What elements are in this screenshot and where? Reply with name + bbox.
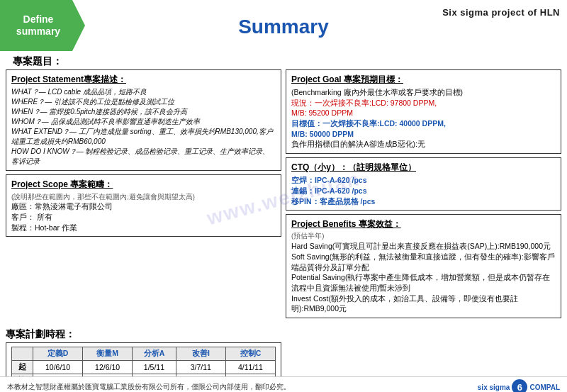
goal-line-3: 目標值：一次焊接不良率:LCD: 40000 DPPM, xyxy=(291,118,556,129)
project-goal-box: Project Goal 專案預期目標： (Benchmarking 廠內外最佳… xyxy=(286,69,561,154)
bottom-bar: 本教材之智慧財產權屬於匯寶電腦工業股份有限公司所有，僅限公司內部使用，翻印必究。… xyxy=(0,376,567,392)
top-two-col: Project Statement專案描述： WHAT？— LCD cable … xyxy=(6,69,561,322)
page-title: Summary xyxy=(238,16,329,38)
row-start-c: 4/11/11 xyxy=(225,361,275,374)
ps-line-2: WHERE？— 引述該不良的工位是點檢修及測試工位 xyxy=(11,97,276,107)
scope-line-1: 客戶： 所有 xyxy=(11,212,276,223)
project-benefits-content: Hard Saving(可實現且可計显出来直接反應在損益表(SAP)上):RMB… xyxy=(291,241,556,314)
scope-line-2: 製程：Hot-bar 作業 xyxy=(11,223,276,233)
ctq-line-0: 空焊：IPC-A-620 /pcs xyxy=(291,175,556,186)
goal-line-5: 負作用指標(目的解決A卻造成B惡化):无 xyxy=(291,139,556,150)
goal-line-4: M/B: 50000 DPPM xyxy=(291,129,556,140)
table-header-row: 定義D 衡量M 分析A 改善I 控制C xyxy=(12,347,276,361)
scope-subtitle: (說明那些在範圍內，那些不在範圍內;避免讓會與期望太高) xyxy=(11,192,276,201)
benefits-line-0: Hard Saving(可實現且可計显出来直接反應在損益表(SAP)上):RMB… xyxy=(291,241,556,252)
project-scope-box: Project Scope 專案範疇： (說明那些在範圍內，那些不在範圍內;避免… xyxy=(6,174,281,237)
benefits-line-3: Invest Cost(額外投入的成本，如治工具、設備等，即使沒有也要註明):R… xyxy=(291,293,556,314)
define-summary-label: Define summary xyxy=(16,13,60,38)
goal-line-2: M/B: 95200 DPPM xyxy=(291,108,556,118)
left-column: Project Statement專案描述： WHAT？— LCD cable … xyxy=(6,69,281,322)
section-topic: 專案題目： xyxy=(6,52,561,69)
ctq-title: CTQ（小y）：（註明規格單位） xyxy=(291,162,556,174)
th-control: 控制C xyxy=(225,347,275,361)
six-sigma-project-title: Six sigma project of HLN xyxy=(442,7,560,18)
header: Define summary Summary Six sigma project… xyxy=(0,0,567,51)
ctq-box: CTQ（小y）：（註明規格單位） 空焊：IPC-A-620 /pcs 連錫：IP… xyxy=(286,157,561,211)
project-scope-title: Project Scope 專案範疇： xyxy=(11,179,276,191)
compal-label: COMPAL xyxy=(529,383,560,391)
row-start-i: 3/7/11 xyxy=(176,361,225,374)
project-goal-title: Project Goal 專案預期目標： xyxy=(291,74,556,86)
project-scope-content: (說明那些在範圍內，那些不在範圍內;避免讓會與期望太高) 廠區：常熟淩淋電子有限… xyxy=(11,192,276,233)
six-sigma-logo: six sigma 6 COMPAL xyxy=(478,379,560,392)
row-start-label: 起 xyxy=(12,361,33,374)
main-content: 專案題目： Project Statement專案描述： WHAT？— LCD … xyxy=(0,51,567,392)
row-start-d: 10/6/10 xyxy=(33,361,83,374)
benefits-line-2: Potential Saving(執行專案中產生降低成本，增加營業額，但是成本仍… xyxy=(291,272,556,293)
benefits-line-1: Soft Saving(無形的利益，無法被衡量和直接追蹤，但有發生的確率):影響… xyxy=(291,252,556,272)
schedule-title: 專案計劃時程： xyxy=(6,325,281,342)
ctq-line-2: 移PIN：客產品規格 /pcs xyxy=(291,196,556,207)
project-benefits-title: Project Benefits 專案效益： xyxy=(291,218,556,230)
row-start-m: 12/6/10 xyxy=(83,361,133,374)
right-column: Project Goal 專案預期目標： (Benchmarking 廠內外最佳… xyxy=(286,69,561,322)
th-define: 定義D xyxy=(33,347,83,361)
goal-line-0: (Benchmarking 廠內外最佳水準或客戶要求的目標) xyxy=(291,87,556,98)
ctq-content: 空焊：IPC-A-620 /pcs 連錫：IPC-A-620 /pcs 移PIN… xyxy=(291,175,556,206)
ps-line-6: HOW DO I KNOW？— 制程检验记录、成品检验记录、重工记录、生产效率记… xyxy=(11,147,276,167)
th-measure: 衡量M xyxy=(83,347,133,361)
ctq-line-1: 連錫：IPC-A-620 /pcs xyxy=(291,186,556,196)
bottom-text: 本教材之智慧財產權屬於匯寶電腦工業股份有限公司所有，僅限公司內部使用，翻印必究。 xyxy=(7,383,291,392)
define-summary-button[interactable]: Define summary xyxy=(0,0,85,51)
row-start-a: 1/5/11 xyxy=(133,361,176,374)
th-empty xyxy=(12,347,33,361)
project-benefits-box: Project Benefits 專案效益： (預估半年) Hard Savin… xyxy=(286,214,561,318)
sigma-icon: 6 xyxy=(512,379,527,392)
project-statement-title: Project Statement專案描述： xyxy=(11,74,276,86)
ps-line-3: WHEN？— 當焊接0.5pitch連接器的時候，該不良会升高 xyxy=(11,107,276,117)
th-analyze: 分析A xyxy=(133,347,176,361)
six-sigma-label: six sigma xyxy=(478,383,510,391)
goal-line-1: 現況：一次焊接不良率:LCD: 97800 DPPM, xyxy=(291,98,556,108)
project-statement-content: WHAT？— LCD cable 成品品項，短路不良 WHERE？— 引述該不良… xyxy=(11,87,276,167)
project-goal-content: (Benchmarking 廠內外最佳水準或客戶要求的目標) 現況：一次焊接不良… xyxy=(291,87,556,150)
th-improve: 改善I xyxy=(176,347,225,361)
table-row: 起 10/6/10 12/6/10 1/5/11 3/7/11 4/11/11 xyxy=(12,361,276,374)
ps-line-4: WHOM？— 品保成品測試時不良率影響直通率制造生产效率 xyxy=(11,117,276,127)
ps-line-1: WHAT？— LCD cable 成品品項，短路不良 xyxy=(11,87,276,97)
project-statement-box: Project Statement專案描述： WHAT？— LCD cable … xyxy=(6,69,281,171)
ps-line-5: WHAT EXTEND？— 工厂内造成批量 sorting、重工、效率損失约RM… xyxy=(11,127,276,147)
scope-line-0: 廠區：常熟淩淋電子有限公司 xyxy=(11,201,276,212)
benefits-subtitle: (預估半年) xyxy=(291,232,556,241)
